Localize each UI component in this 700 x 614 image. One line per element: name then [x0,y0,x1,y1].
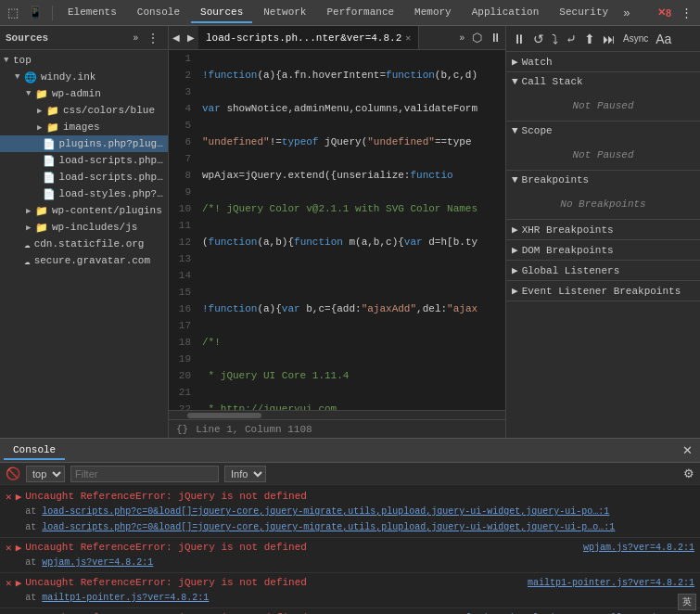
inspect-icon[interactable]: ⬚ [4,4,22,21]
tree-item-loadscripts2[interactable]: 📄 load-scripts.php?c= [0,169,168,185]
expand-icon[interactable]: ▶ [16,576,22,591]
error-source: wpjam.js?ver=4.8.2:1 [583,540,694,556]
xhr-section: ▶ XHR Breakpoints [506,220,700,240]
console-area: Console ✕ 🚫 top Info ⚙ ✕ ▶ Uncaught Refe… [0,438,700,614]
console-settings-icon[interactable]: ⚙ [683,467,694,480]
tree-label: load-scripts.php?c= [59,172,164,183]
tab-elements[interactable]: Elements [58,3,126,23]
console-messages: ✕ ▶ Uncaught ReferenceError: jQuery is n… [0,485,700,614]
error-source-link[interactable]: mailtp1-pointer.js?ver=4.8.2:1 [528,578,694,588]
console-clear-icon[interactable]: 🚫 [6,467,20,480]
tree-item-windyink[interactable]: ▼ 🌐 windy.ink [0,69,168,85]
editor-pause-icon[interactable]: ⏸ [486,31,505,45]
tree-item-top[interactable]: ▼ top [0,52,168,69]
error-count-badge[interactable]: ✕ 8 [654,5,675,20]
editor-panel: ◀ ▶ load-scripts.ph...nter&ver=4.8.2 ✕ »… [169,26,505,438]
sources-more-icon[interactable]: » [129,30,142,46]
folder-icon: 📁 [46,122,59,134]
debug-step-out-btn[interactable]: ⬆ [581,30,598,48]
global-section: ▶ Global Listeners [506,261,700,281]
expand-icon[interactable]: ▶ [16,541,22,556]
editor-more-icon[interactable]: » [455,32,468,43]
tree-label: secure.gravatar.com [34,255,150,266]
error-link-1[interactable]: mailtp1-pointer.js?ver=4.8.2:1 [42,593,209,603]
breakpoints-header[interactable]: ▼ Breakpoints [506,171,700,189]
expand-icon[interactable]: ▶ [16,490,22,505]
console-filter-input[interactable] [70,466,219,482]
tree-item-gravatar[interactable]: ☁ secure.gravatar.com [0,252,168,269]
tree-label: load-styles.php?c=0 [59,188,164,199]
tree-item-wpincludes[interactable]: ▶ 📁 wp-includes/js [0,219,168,236]
not-paused-2: Not Paused [517,144,689,166]
devtools-toolbar: ⬚ 📱 Elements Console Sources Network Per… [0,0,700,26]
debug-step-over-btn[interactable]: ⤵ [549,30,561,48]
tab-console[interactable]: Console [128,3,189,23]
tree-label: top [13,55,32,66]
sources-title: Sources [6,32,48,44]
arrow-icon: ▼ [15,72,24,82]
event-section: ▶ Event Listener Breakpoints [506,281,700,301]
debug-pause-btn[interactable]: ⏸ [510,30,528,48]
error-icon: ✕ [6,576,12,591]
scrollbar-thumb[interactable] [187,413,261,418]
error-link-1[interactable]: load-scripts.php?c=0&load[]=jquery-core,… [42,506,609,517]
tree-item-loadstyles[interactable]: 📄 load-styles.php?c=0 [0,185,168,202]
global-header[interactable]: ▶ Global Listeners [506,261,700,280]
xhr-header[interactable]: ▶ XHR Breakpoints [506,220,700,239]
tab-sources[interactable]: Sources [191,3,252,23]
scope-header[interactable]: ▼ Scope [506,122,700,140]
debug-resume-btn[interactable]: ↺ [530,30,547,48]
console-tab-console[interactable]: Console [4,441,65,460]
at-text: at [25,557,42,568]
console-context-select[interactable]: top [26,466,65,482]
console-error-1: ✕ ▶ Uncaught ReferenceError: jQuery is n… [0,487,700,538]
tree-item-wpadmin[interactable]: ▼ 📁 wp-admin [0,85,168,102]
debug-stop-btn[interactable]: Aa [653,30,674,48]
tab-performance[interactable]: Performance [317,3,403,23]
debug-deactivate-btn[interactable]: ⏭ [600,30,618,48]
debug-step-into-btn[interactable]: ⤶ [563,30,579,48]
statusbar-position: Line 1, Column 1108 [196,424,312,435]
tree-item-loadscripts1[interactable]: 📄 load-scripts.php?c= [0,152,168,169]
file-icon: 📄 [43,188,56,200]
tree-item-cdn[interactable]: ☁ cdn.staticfile.org [0,236,168,252]
breakpoints-arrow-icon: ▼ [512,174,518,185]
tree-item-plugins[interactable]: 📄 plugins.php?plugin_ [0,135,168,152]
tree-item-wpcontent[interactable]: ▶ 📁 wp-content/plugins [0,202,168,219]
editor-nav-back[interactable]: ◀ [169,32,184,43]
watch-header[interactable]: ▶ Watch [506,52,700,71]
console-level-select[interactable]: Info [224,466,266,482]
dom-header[interactable]: ▶ DOM Breakpoints [506,240,700,260]
callstack-header[interactable]: ▼ Call Stack [506,72,700,91]
devtools-menu-icon[interactable]: ⋮ [677,4,696,21]
device-icon[interactable]: 📱 [24,4,46,21]
sources-menu-icon[interactable]: ⋮ [144,30,162,46]
error-link-2[interactable]: load-scripts.php?c=0&load[]=jquery-core,… [42,522,615,532]
tab-application[interactable]: Application [463,3,549,23]
editor-format-icon[interactable]: ⬡ [468,31,486,45]
console-close-icon[interactable]: ✕ [679,441,696,459]
more-tabs-icon[interactable]: » [619,4,633,21]
code-content[interactable]: !function(a){a.fn.hoverIntent=function(b… [198,50,505,410]
tab-close-icon[interactable]: ✕ [405,32,411,44]
event-header[interactable]: ▶ Event Listener Breakpoints [506,281,700,301]
lang-badge[interactable]: 英 [678,594,696,610]
file-icon: 📄 [43,172,56,184]
tree-item-css[interactable]: ▶ 📁 css/colors/blue [0,102,168,119]
horizontal-scrollbar[interactable] [169,410,505,419]
error-source-link[interactable]: wpjam.js?ver=4.8.2:1 [583,543,694,553]
error-link-1[interactable]: wpjam.js?ver=4.8.2:1 [42,557,153,568]
tree-item-images[interactable]: ▶ 📁 images [0,119,168,135]
file-icon: 📄 [43,138,56,150]
scope-body: Not Paused [506,140,700,170]
editor-nav-fwd[interactable]: ▶ [184,32,198,43]
tab-network[interactable]: Network [254,3,315,23]
error-source: plugins.php?plugin_status=all&paged=1&s:… [461,610,694,614]
error-main: Uncaught ReferenceError: jQuery is not d… [25,575,524,590]
debug-async-btn[interactable]: Async [620,32,651,45]
tab-memory[interactable]: Memory [405,3,461,23]
tab-security[interactable]: Security [550,3,617,23]
console-toolbar: 🚫 top Info ⚙ [0,463,700,485]
editor-tab-loadscripts[interactable]: load-scripts.ph...nter&ver=4.8.2 ✕ [198,26,419,49]
tree-label: css/colors/blue [63,105,155,116]
